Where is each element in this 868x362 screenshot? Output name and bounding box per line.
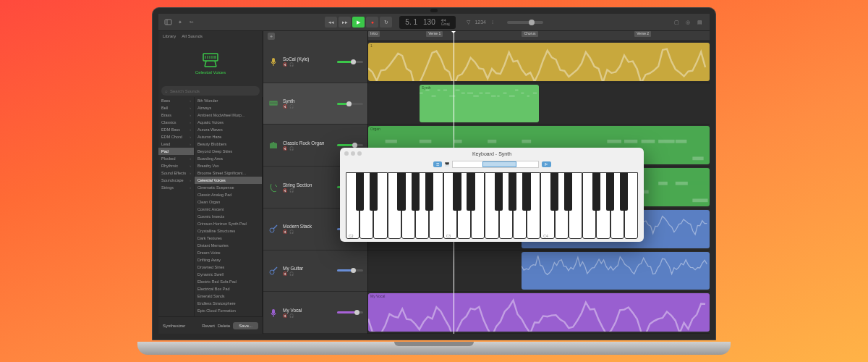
- master-volume-slider[interactable]: [507, 21, 543, 24]
- piano-keys[interactable]: C2C3C4: [346, 172, 638, 239]
- category-item[interactable]: EDM Chord›: [158, 133, 194, 140]
- sound-item[interactable]: Broome Street Significant...: [195, 169, 262, 177]
- black-key[interactable]: [412, 172, 420, 211]
- sound-item[interactable]: Beyond Deep Skies: [195, 148, 262, 155]
- record-button[interactable]: ●: [366, 17, 378, 28]
- headphones-icon[interactable]: 🎧: [289, 188, 294, 193]
- rewind-button[interactable]: ◂◂: [325, 17, 337, 28]
- sound-item[interactable]: Breathy Vox: [195, 162, 262, 169]
- quick-help-icon[interactable]: ✦: [176, 18, 184, 26]
- sound-item[interactable]: Drowned Sines: [195, 264, 262, 271]
- forward-button[interactable]: ▸▸: [339, 17, 351, 28]
- tuner-icon[interactable]: ⁝: [489, 18, 497, 26]
- editors-icon[interactable]: ▤: [696, 18, 704, 26]
- category-item[interactable]: Pad›: [158, 148, 194, 155]
- sound-item[interactable]: Clean Organ: [195, 198, 262, 206]
- all-sounds-tab[interactable]: All Sounds: [182, 34, 203, 38]
- black-key[interactable]: [467, 172, 475, 211]
- notepad-icon[interactable]: ▢: [673, 18, 681, 26]
- region[interactable]: 1: [368, 43, 710, 81]
- scissors-icon[interactable]: ✂: [187, 18, 195, 26]
- library-tab[interactable]: Library: [163, 34, 176, 38]
- category-item[interactable]: Classics›: [158, 119, 194, 126]
- arrangement-marker[interactable]: Verse 2: [634, 31, 651, 37]
- sound-item[interactable]: Epic Cloud Formation: [195, 307, 262, 314]
- cycle-button[interactable]: ↻: [380, 17, 392, 28]
- track-lane[interactable]: Synth: [368, 83, 710, 125]
- sound-item[interactable]: Celestial Voices: [195, 177, 262, 184]
- close-icon[interactable]: [344, 151, 349, 156]
- keyboard-mode-icon[interactable]: 🎹: [445, 162, 449, 167]
- headphones-icon[interactable]: 🎧: [289, 313, 294, 318]
- black-key[interactable]: [620, 172, 628, 211]
- black-key[interactable]: [606, 172, 614, 211]
- headphones-icon[interactable]: 🎧: [289, 146, 294, 151]
- ruler[interactable]: IntroVerse 1ChorusVerse 2: [368, 31, 710, 41]
- category-item[interactable]: Plucked›: [158, 155, 194, 162]
- musical-typing-window[interactable]: Keyboard - Synth ☰ 🎹 ⫸ C2C3C4: [340, 148, 644, 242]
- headphones-icon[interactable]: 🎧: [289, 230, 294, 234]
- sound-item[interactable]: Electric Red Sofa Pad: [195, 278, 262, 285]
- category-item[interactable]: Brass›: [158, 111, 194, 119]
- lcd-display[interactable]: 5. 1 130 4/4 Gmaj: [399, 16, 455, 29]
- track-header[interactable]: My Vocal 🔇🎧: [263, 292, 367, 334]
- black-key[interactable]: [509, 172, 516, 211]
- sound-item[interactable]: Boarding Area: [195, 155, 262, 162]
- sound-item[interactable]: Endless Stratosphere: [195, 300, 262, 307]
- arrangement-marker[interactable]: Intro: [368, 31, 380, 37]
- track-header[interactable]: Synth 🔇🎧: [263, 83, 367, 125]
- black-key[interactable]: [397, 172, 405, 211]
- sound-item[interactable]: Classic Analog Pad: [195, 191, 262, 198]
- category-item[interactable]: Bass›: [158, 97, 194, 104]
- track-header[interactable]: My Guitar 🔇🎧: [263, 251, 367, 292]
- category-item[interactable]: EDM Bass›: [158, 126, 194, 133]
- metronome-icon[interactable]: ▽: [464, 18, 472, 26]
- velocity-badge[interactable]: ☰: [433, 161, 442, 167]
- category-item[interactable]: Strings›: [158, 184, 194, 191]
- category-item[interactable]: Rhythmic›: [158, 162, 194, 169]
- sound-item[interactable]: Distant Memories: [195, 242, 262, 249]
- loop-browser-icon[interactable]: ◎: [684, 18, 692, 26]
- revert-button[interactable]: Revert: [202, 324, 215, 328]
- mute-icon[interactable]: 🔇: [283, 62, 287, 67]
- delete-button[interactable]: Delete: [218, 324, 230, 328]
- sound-item[interactable]: Emerald Sands: [195, 292, 262, 300]
- black-key[interactable]: [550, 172, 558, 211]
- region[interactable]: My Vocal: [368, 293, 710, 332]
- add-track-button[interactable]: +: [268, 33, 275, 40]
- count-in-icon[interactable]: 1234: [477, 18, 485, 26]
- mute-icon[interactable]: 🔇: [283, 230, 287, 234]
- mute-icon[interactable]: 🔇: [283, 313, 287, 318]
- zoom-icon[interactable]: [357, 151, 362, 156]
- sound-item[interactable]: Drifting Away: [195, 256, 262, 264]
- sound-item[interactable]: Beauty Blubbers: [195, 140, 262, 148]
- arrangement-marker[interactable]: Chorus: [522, 31, 537, 37]
- sound-item[interactable]: Ambient Modwheel Morp...: [195, 111, 262, 119]
- black-key[interactable]: [564, 172, 572, 211]
- sound-item[interactable]: Electrical Box Pad: [195, 285, 262, 292]
- arrangement-marker[interactable]: Verse 1: [426, 31, 443, 37]
- headphones-icon[interactable]: 🎧: [289, 272, 294, 276]
- black-key[interactable]: [425, 172, 433, 211]
- sound-item[interactable]: Crystalline Structures: [195, 227, 262, 235]
- minimize-icon[interactable]: [351, 151, 355, 156]
- sound-item[interactable]: Dynamic Swell: [195, 271, 262, 278]
- mute-icon[interactable]: 🔇: [283, 272, 287, 276]
- black-key[interactable]: [370, 172, 378, 211]
- category-item[interactable]: Sound Effects›: [158, 169, 194, 177]
- sound-item[interactable]: Aurora Waves: [195, 126, 262, 133]
- sound-item[interactable]: Crimson Horizon Synth Pad: [195, 220, 262, 227]
- region[interactable]: Synth: [420, 85, 539, 123]
- black-key[interactable]: [522, 172, 530, 211]
- sound-item[interactable]: Cosmic Ascent: [195, 206, 262, 213]
- sound-item[interactable]: Cinematic Suspense: [195, 184, 262, 191]
- search-input[interactable]: ⌕ Search Sounds: [161, 86, 260, 96]
- sound-item[interactable]: Airways: [195, 104, 262, 111]
- sound-item[interactable]: Cosmic Insects: [195, 213, 262, 220]
- category-item[interactable]: Soundscape›: [158, 177, 194, 184]
- sound-item[interactable]: Aquatic Voices: [195, 119, 262, 126]
- sound-item[interactable]: 8th Wonder: [195, 97, 262, 104]
- black-key[interactable]: [495, 172, 503, 211]
- sound-item[interactable]: Dream Voice: [195, 249, 262, 256]
- black-key[interactable]: [356, 172, 364, 211]
